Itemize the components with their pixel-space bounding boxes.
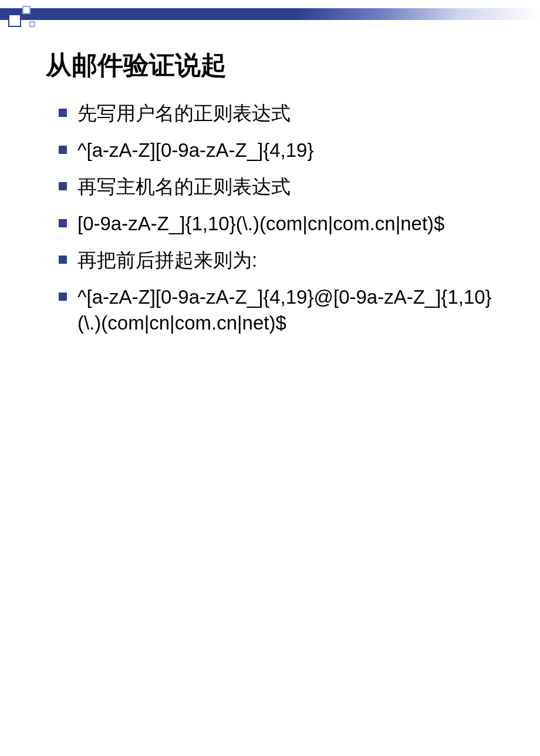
list-item-text: 先写用户名的正则表达式 [77, 100, 291, 127]
decor-square-large [8, 14, 21, 27]
decor-square-small-1 [22, 6, 31, 14]
list-item: ^[a-zA-Z][0-9a-zA-Z_]{4,19} [59, 137, 505, 164]
top-bar [0, 0, 540, 31]
list-item: 先写用户名的正则表达式 [59, 100, 505, 127]
list-item: 再把前后拼起来则为: [59, 247, 505, 274]
bullet-icon [59, 182, 67, 190]
list-item-text: 再写主机名的正则表达式 [77, 174, 291, 200]
slide-title: 从邮件验证说起 [46, 48, 540, 83]
list-item: [0-9a-zA-Z_]{1,10}(\.)(com|cn|com.cn|net… [59, 211, 505, 237]
bullet-icon [59, 109, 67, 117]
content-list: 先写用户名的正则表达式 ^[a-zA-Z][0-9a-zA-Z_]{4,19} … [59, 100, 505, 337]
list-item-text: [0-9a-zA-Z_]{1,10}(\.)(com|cn|com.cn|net… [77, 211, 444, 237]
list-item: 再写主机名的正则表达式 [59, 174, 505, 200]
list-item: ^[a-zA-Z][0-9a-zA-Z_]{4,19}@[0-9a-zA-Z_]… [59, 284, 505, 337]
list-item-text: ^[a-zA-Z][0-9a-zA-Z_]{4,19} [77, 137, 313, 164]
bullet-icon [59, 256, 67, 264]
bar-gradient [0, 8, 540, 20]
list-item-text: 再把前后拼起来则为: [77, 247, 257, 274]
slide: 从邮件验证说起 先写用户名的正则表达式 ^[a-zA-Z][0-9a-zA-Z_… [0, 0, 540, 756]
bullet-icon [59, 219, 67, 227]
decor-square-small-2 [29, 21, 35, 27]
bullet-icon [59, 293, 67, 301]
list-item-text: ^[a-zA-Z][0-9a-zA-Z_]{4,19}@[0-9a-zA-Z_]… [77, 284, 505, 337]
bullet-icon [59, 146, 67, 154]
